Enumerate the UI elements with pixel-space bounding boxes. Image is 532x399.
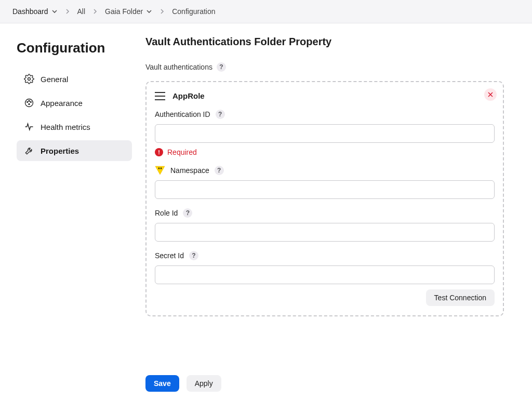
svg-point-3 [29, 100, 30, 101]
vault-enterprise-icon [155, 166, 165, 175]
sidebar-title: Configuration [17, 40, 132, 56]
sidebar-item-label: Health metrics [41, 123, 90, 131]
chevron-right-icon [92, 9, 98, 14]
sidebar-item-properties[interactable]: Properties [17, 140, 132, 161]
crumb-all[interactable]: All [77, 7, 86, 16]
svg-rect-8 [161, 168, 162, 169]
sidebar-item-label: Properties [41, 147, 79, 155]
card-title: AppRole [172, 91, 205, 100]
crumb-page: Configuration [172, 7, 215, 16]
field-label: Role Id [155, 209, 178, 217]
help-icon[interactable]: ? [189, 251, 198, 260]
crumb-folder[interactable]: Gaia Folder [105, 7, 152, 16]
help-icon[interactable]: ? [215, 166, 224, 175]
field-secret-id: Secret Id ? [155, 251, 495, 284]
sidebar-item-general[interactable]: General [17, 69, 132, 89]
help-icon[interactable]: ? [216, 110, 225, 119]
section-label: Vault authentications [145, 63, 212, 71]
save-button[interactable]: Save [145, 375, 179, 392]
svg-marker-6 [155, 166, 165, 175]
crumb-folder-label: Gaia Folder [105, 7, 143, 16]
help-icon[interactable]: ? [183, 208, 192, 218]
help-icon[interactable]: ? [217, 62, 226, 72]
remove-card-button[interactable] [484, 88, 497, 101]
chevron-down-icon [51, 8, 58, 15]
apply-button[interactable]: Apply [187, 375, 221, 392]
sidebar: Configuration General Appearance Health … [0, 23, 140, 399]
page-title: Vault Authentications Folder Property [145, 36, 504, 48]
namespace-input[interactable] [155, 180, 495, 199]
sidebar-item-label: General [41, 75, 68, 84]
svg-point-5 [29, 104, 30, 105]
main-panel: Vault Authentications Folder Property Va… [140, 23, 532, 399]
role-id-input[interactable] [155, 223, 495, 242]
breadcrumb: Dashboard All Gaia Folder Configuration [0, 0, 532, 23]
sidebar-item-appearance[interactable]: Appearance [17, 92, 132, 113]
sidebar-item-health-metrics[interactable]: Health metrics [17, 116, 132, 137]
close-icon [488, 92, 493, 97]
chevron-down-icon [146, 8, 152, 15]
chevron-right-icon [159, 9, 165, 14]
activity-icon [24, 122, 34, 132]
chevron-right-icon [65, 9, 70, 14]
wrench-icon [24, 145, 34, 156]
field-label: Namespace [170, 166, 209, 175]
error-text: Required [167, 148, 197, 156]
field-label: Secret Id [155, 251, 184, 260]
page-actions: Save Apply [145, 366, 504, 392]
field-role-id: Role Id ? [155, 208, 495, 242]
field-auth-id: Authentication ID ? ! Required [155, 110, 495, 156]
test-connection-button[interactable]: Test Connection [426, 289, 495, 306]
svg-rect-7 [158, 168, 159, 169]
drag-handle-icon[interactable] [155, 92, 165, 100]
svg-point-0 [28, 78, 31, 81]
error-icon: ! [155, 148, 163, 156]
auth-card: AppRole Authentication ID ? ! Required [145, 81, 504, 316]
field-label: Authentication ID [155, 110, 210, 118]
section-label-row: Vault authentications ? [145, 62, 504, 72]
auth-id-input[interactable] [155, 124, 495, 143]
crumb-dashboard-label: Dashboard [12, 7, 48, 16]
field-error: ! Required [155, 148, 495, 156]
field-namespace: Namespace ? [155, 166, 495, 199]
svg-point-4 [30, 101, 31, 102]
crumb-dashboard[interactable]: Dashboard [12, 7, 58, 16]
gear-icon [24, 74, 34, 84]
svg-point-2 [27, 101, 28, 102]
sidebar-item-label: Appearance [41, 99, 83, 108]
palette-icon [24, 98, 34, 108]
secret-id-input[interactable] [155, 265, 495, 284]
